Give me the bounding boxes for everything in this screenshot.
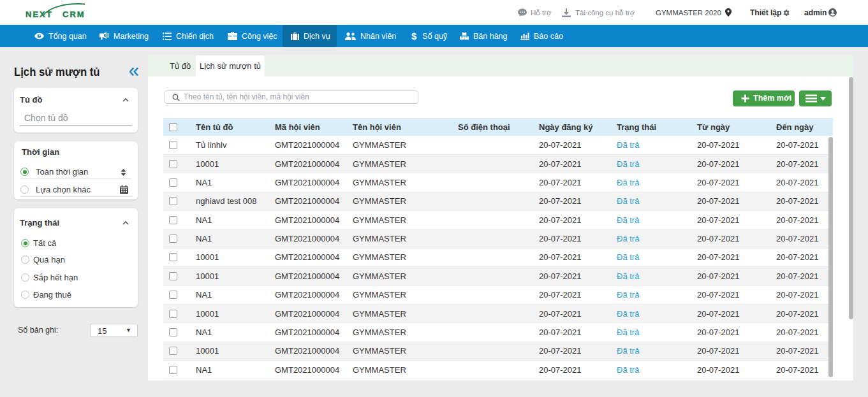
svg-text:CRM: CRM <box>63 10 85 19</box>
svg-text:NEXT: NEXT <box>26 10 53 19</box>
